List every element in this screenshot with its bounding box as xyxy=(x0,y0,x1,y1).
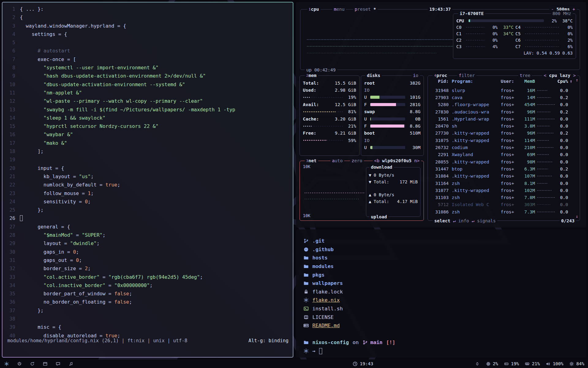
code-line[interactable]: 2{ xyxy=(2,13,293,21)
code-line[interactable]: 17 "mako &" xyxy=(2,139,293,147)
process-row[interactable]: 5280.floorp-wrappefros+454M0.0 xyxy=(431,101,575,108)
code-line[interactable]: 10 "dbus-update-activation-environment -… xyxy=(2,80,293,89)
interval-plus-button[interactable]: + xyxy=(572,7,575,12)
code-line[interactable]: 26 xyxy=(2,214,293,222)
process-row[interactable]: 31086zshfros+7.3M0.0 xyxy=(431,208,575,215)
code-line-content: border_part_of_window = false; xyxy=(20,291,132,297)
code-line[interactable]: 7 exec-once = [ xyxy=(2,55,293,63)
scroll-up-indicator[interactable]: ↑ xyxy=(576,78,578,82)
code-area[interactable]: 1{ ... }:2{3 wayland.windowManager.hyprl… xyxy=(2,2,293,340)
code-line[interactable]: 4 settings = { xyxy=(2,30,293,38)
process-row[interactable]: 5712Isolated Web Cfros+303M0.0 xyxy=(431,201,575,208)
code-line[interactable]: 36 no_border_on_floating = false; xyxy=(2,298,293,306)
code-line[interactable]: 21 kb_layout = "us"; xyxy=(2,172,293,181)
terminal-window[interactable]: .git.githubhostsmodulespkgswallpapersfla… xyxy=(296,229,586,358)
code-line[interactable]: 23 follow_mouse = 1; xyxy=(2,189,293,197)
code-line[interactable]: 34 "col.inactive_border" = "0x00000000"; xyxy=(2,281,293,289)
process-row[interactable]: 27730.kitty-wrappedfros+96M0.2 xyxy=(431,130,575,137)
process-row[interactable]: 2291Xwaylandfros+69M0.0 xyxy=(431,151,575,158)
bar-module-volume[interactable]: 100% xyxy=(545,361,564,366)
code-line[interactable]: 11 "nm-applet &" xyxy=(2,89,293,97)
process-actions[interactable]: select ↵ info ↵ signals xyxy=(433,218,497,224)
uptime-readout: up 00:42:49 xyxy=(305,67,337,73)
filter-button[interactable]: filter xyxy=(457,72,476,79)
disk-row: root382G xyxy=(364,79,420,86)
bar-module-nix-logo[interactable] xyxy=(4,362,9,366)
code-line[interactable]: 9 "hash dbus-update-activation-environme… xyxy=(2,72,293,80)
code-line[interactable]: 32 border_size = 2; xyxy=(2,264,293,273)
process-row[interactable]: 28055.kitty-wrappedfros+98M0.0 xyxy=(431,158,575,165)
bar-module-music[interactable] xyxy=(68,362,74,366)
code-line[interactable]: 1{ ... }: xyxy=(2,5,293,13)
signals-action[interactable]: signals xyxy=(477,218,496,223)
process-row[interactable]: 31075.kitty-wrappedfros+114M0.0 xyxy=(431,137,575,144)
bar-module-power[interactable] xyxy=(17,362,22,366)
bar-module-brightness[interactable]: 84% xyxy=(569,361,584,366)
process-row[interactable]: 1561.Hyprland-wrapfros+111M0.0 xyxy=(431,115,575,122)
process-table-header[interactable]: Pid:Program:User:MemBCpu%↑ xyxy=(431,79,575,84)
code-line[interactable]: 16 "waybar &" xyxy=(2,130,293,139)
process-row[interactable]: 26732codiumfros+210M0.0 xyxy=(431,144,575,151)
code-line[interactable]: 38 xyxy=(2,315,293,323)
code-line[interactable]: 22 numlock_by_default = true; xyxy=(2,181,293,189)
code-line[interactable]: 14 "sleep 1 && swaylock" xyxy=(2,114,293,122)
code-line[interactable]: 28 "$mainMod" = "SUPER"; xyxy=(2,231,293,239)
bar-module-tray-arrows[interactable] xyxy=(474,362,480,366)
net-auto-button[interactable]: auto xyxy=(330,158,344,164)
code-line[interactable]: 20 input = { xyxy=(2,164,293,172)
code-line[interactable]: 35 border_part_of_window = false; xyxy=(2,289,293,298)
process-row[interactable]: 31084.kitty-wrappedfros+107M0.0 xyxy=(431,173,575,180)
tree-button[interactable]: tree xyxy=(518,72,532,79)
code-line[interactable]: 5 xyxy=(2,38,293,47)
code-line[interactable]: 15 "hyprctl setcursor Nordzy-cursors 22 … xyxy=(2,122,293,130)
code-line[interactable]: 39 misc = { xyxy=(2,323,293,331)
code-line[interactable]: 3 wayland.windowManager.hyprland = { xyxy=(2,22,293,30)
memory-meter-row: 19% xyxy=(303,94,356,101)
code-line[interactable]: 19 xyxy=(2,155,293,164)
clock-module[interactable]: 19:43 xyxy=(352,361,373,366)
line-number: 26 xyxy=(2,214,15,222)
bar-module-cpu[interactable]: 2% xyxy=(485,361,498,366)
file-name: README.md xyxy=(312,323,340,328)
io-mode-button[interactable]: io xyxy=(412,72,420,79)
bar-module-window[interactable] xyxy=(42,362,48,366)
code-line-content: input = { xyxy=(20,165,64,171)
process-row[interactable]: 31077.kitty-wrappedfros+102M0.0 xyxy=(431,187,575,194)
process-row[interactable]: 27830.audacious-wrafros+96M0.2 xyxy=(431,108,575,115)
process-row[interactable]: 31164zshfros+8.1M0.0 xyxy=(431,180,575,187)
shell-input[interactable]: → xyxy=(303,347,586,355)
process-row[interactable]: 27903cavafros+14M0.2 xyxy=(431,94,575,101)
bar-module-memory[interactable]: 21% xyxy=(525,361,540,366)
code-line[interactable]: 29 layout = "dwindle"; xyxy=(2,239,293,247)
bar-module-disk[interactable]: 19% xyxy=(503,361,519,366)
code-segment: 0 xyxy=(73,249,76,255)
code-line[interactable]: 27 general = { xyxy=(2,223,293,231)
btop-window[interactable]: 1cpu menu preset * 19:43:37 - 500ms + i7… xyxy=(296,2,586,228)
line-number: 32 xyxy=(2,264,15,273)
process-row[interactable]: 28470shfros+3.8M0.0 xyxy=(431,122,575,129)
process-row[interactable]: 31103zshfros+7.8M0.0 xyxy=(431,194,575,201)
code-line[interactable]: 25 }; xyxy=(2,206,293,214)
code-line[interactable]: 13 "swaybg -m fill -i $(find ~/Pictures/… xyxy=(2,105,293,114)
code-line[interactable]: 6 # autostart xyxy=(2,47,293,55)
code-line[interactable]: 37 }; xyxy=(2,306,293,315)
preset-button[interactable]: preset * xyxy=(353,6,378,12)
bar-module-chat[interactable] xyxy=(55,362,61,366)
code-line[interactable]: 18 ]; xyxy=(2,147,293,155)
code-line[interactable]: 31 gaps_out = 0; xyxy=(2,256,293,264)
sort-mode-selector[interactable]: < cpu lazy > xyxy=(542,72,577,79)
info-action[interactable]: info xyxy=(458,218,469,223)
process-row[interactable]: 31948slurpfros+16M0.0 xyxy=(431,87,575,94)
menu-button[interactable]: menu xyxy=(332,6,346,12)
bar-module-reload[interactable] xyxy=(29,362,35,366)
net-zero-button[interactable]: zero xyxy=(350,158,364,164)
process-row[interactable]: 31447btopfros+6.3M0.2 xyxy=(431,165,575,172)
net-interface-selector[interactable]: <b wlp0s20f0u5 n> xyxy=(373,158,421,164)
code-line[interactable]: 24 sensitivity = 0; xyxy=(2,197,293,206)
code-line[interactable]: 12 "wl-paste --primary --watch wl-copy -… xyxy=(2,97,293,105)
code-line[interactable]: 8 "systemctl --user import-environment &… xyxy=(2,63,293,72)
editor-window[interactable]: 1{ ... }:2{3 wayland.windowManager.hyprl… xyxy=(2,2,293,358)
code-line[interactable]: 30 gaps_in = 0; xyxy=(2,248,293,256)
code-line[interactable]: 33 "col.active_border" = "rgb(cba6f7) rg… xyxy=(2,273,293,281)
code-line-content: settings = { xyxy=(20,31,67,37)
